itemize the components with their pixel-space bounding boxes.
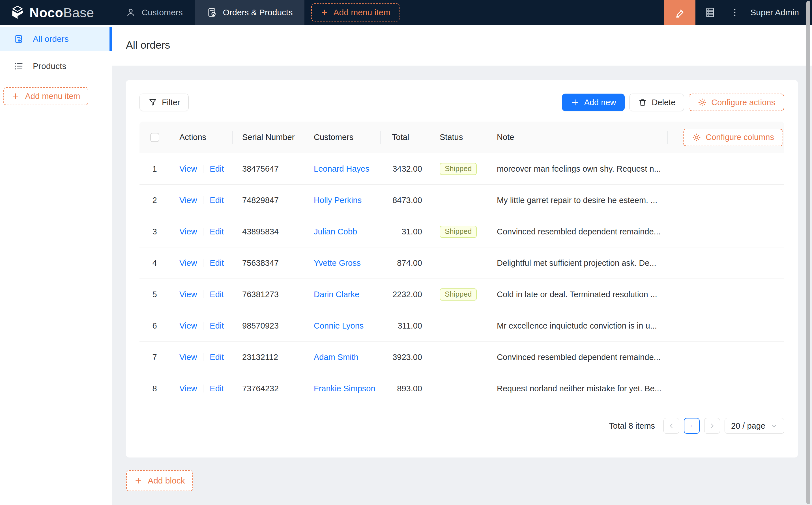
highlighter-icon	[674, 6, 686, 18]
row-actions: View Edit	[170, 164, 233, 174]
configure-columns-label: Configure columns	[706, 133, 774, 142]
configure-columns-button[interactable]: Configure columns	[683, 129, 783, 146]
row-actions: View Edit	[170, 196, 233, 205]
row-index: 6	[139, 321, 170, 331]
row-actions: View Edit	[170, 353, 233, 362]
configure-actions-button[interactable]: Configure actions	[689, 94, 784, 111]
note-cell: Cold in late or deal. Terminated resolut…	[487, 290, 668, 299]
toolbar-right: Add new Delete Configure actions	[562, 94, 784, 111]
total-cell: 874.00	[381, 259, 430, 268]
actions-divider	[203, 259, 204, 267]
column-header-note: Note	[487, 122, 668, 153]
table-row: 7 View Edit 23132112 Adam Smith 3923.00 …	[139, 342, 784, 373]
serial-number-cell: 74829847	[233, 196, 304, 205]
customer-link[interactable]: Holly Perkins	[314, 196, 362, 205]
edit-link[interactable]: Edit	[210, 353, 224, 362]
row-index: 5	[139, 290, 170, 299]
ui-editor-button[interactable]	[664, 0, 695, 25]
customer-link[interactable]: Adam Smith	[314, 353, 359, 362]
customer-cell: Yvette Gross	[304, 259, 381, 268]
orders-table: Actions Serial Number Customers Total St…	[139, 122, 784, 434]
scrollbar-thumb[interactable]	[806, 1, 810, 504]
customer-link[interactable]: Connie Lyons	[314, 321, 364, 330]
gear-icon	[692, 133, 701, 142]
filter-button[interactable]: Filter	[139, 94, 189, 111]
tab-customers[interactable]: Customers	[114, 0, 195, 25]
total-cell: 31.00	[381, 227, 430, 236]
edit-link[interactable]: Edit	[210, 259, 224, 268]
pagination-page-1[interactable]: 1	[684, 418, 700, 434]
user-menu[interactable]: Super Admin	[745, 8, 812, 17]
edit-link[interactable]: Edit	[210, 321, 224, 331]
chevron-right-icon	[708, 422, 716, 430]
sidebar-item-all-orders[interactable]: All orders	[0, 27, 112, 51]
customer-link[interactable]: Leonard Hayes	[314, 164, 370, 173]
table-row: 6 View Edit 98570923 Connie Lyons 311.00…	[139, 310, 784, 342]
row-index: 4	[139, 259, 170, 268]
sidebar-item-label: All orders	[33, 34, 69, 44]
total-cell: 8473.00	[381, 196, 430, 205]
navbar-right: Super Admin	[664, 0, 812, 25]
serial-number-cell: 23132112	[233, 353, 304, 362]
view-link[interactable]: View	[179, 321, 197, 331]
tab-label: Orders & Products	[223, 8, 293, 17]
clipboard-check-icon	[207, 7, 217, 18]
orders-table-card: Filter Add new Delete	[126, 80, 798, 458]
note-cell: Convinced resembled dependent remainde..…	[487, 353, 668, 362]
edit-link[interactable]: Edit	[210, 384, 224, 393]
add-new-button[interactable]: Add new	[562, 94, 625, 111]
actions-divider	[203, 165, 204, 173]
select-all-checkbox[interactable]	[150, 133, 159, 142]
view-link[interactable]: View	[179, 384, 197, 393]
plus-icon	[11, 92, 20, 101]
sidebar-add-menu-item-button[interactable]: Add menu item	[3, 87, 88, 105]
navbar: NocoBase Customers Orders & Products Add…	[0, 0, 812, 25]
configure-actions-label: Configure actions	[711, 98, 775, 107]
customer-link[interactable]: Yvette Gross	[314, 259, 361, 268]
tab-orders-products[interactable]: Orders & Products	[195, 0, 305, 25]
plugin-manager-button[interactable]	[695, 0, 725, 25]
customer-link[interactable]: Frankie Simpson	[314, 384, 376, 393]
app-logo[interactable]: NocoBase	[0, 5, 106, 20]
row-index: 1	[139, 164, 170, 174]
page-size-select[interactable]: 20 / page	[724, 418, 784, 434]
tab-label: Customers	[142, 8, 183, 17]
status-cell: Shipped	[430, 226, 487, 238]
total-cell: 3432.00	[381, 164, 430, 174]
pagination-next-button[interactable]	[704, 418, 720, 434]
column-header-total: Total	[381, 122, 430, 153]
serial-number-cell: 98570923	[233, 321, 304, 331]
row-index: 2	[139, 196, 170, 205]
customer-cell: Frankie Simpson	[304, 384, 381, 393]
pagination-prev-button[interactable]	[663, 418, 679, 434]
table-row: 1 View Edit 38475647 Leonard Hayes 3432.…	[139, 153, 784, 185]
view-link[interactable]: View	[179, 353, 197, 362]
view-link[interactable]: View	[179, 196, 197, 205]
delete-button[interactable]: Delete	[629, 94, 684, 111]
sidebar-item-products[interactable]: Products	[0, 54, 112, 78]
view-link[interactable]: View	[179, 227, 197, 236]
view-link[interactable]: View	[179, 164, 197, 174]
page-size-label: 20 / page	[731, 421, 765, 431]
nav-add-menu-item-button[interactable]: Add menu item	[311, 3, 400, 21]
page-title: All orders	[126, 39, 170, 51]
note-cell: Mr excellence inquietude conviction is i…	[487, 321, 668, 331]
view-link[interactable]: View	[179, 259, 197, 268]
edit-link[interactable]: Edit	[210, 227, 224, 236]
table-row: 5 View Edit 76381273 Darin Clarke 2232.0…	[139, 279, 784, 310]
table-row: 3 View Edit 43895834 Julian Cobb 31.00 S…	[139, 216, 784, 247]
edit-link[interactable]: Edit	[210, 290, 224, 299]
customer-link[interactable]: Darin Clarke	[314, 290, 359, 299]
serial-number-cell: 73764232	[233, 384, 304, 393]
edit-link[interactable]: Edit	[210, 164, 224, 174]
edit-link[interactable]: Edit	[210, 196, 224, 205]
plus-icon	[571, 98, 580, 107]
customer-link[interactable]: Julian Cobb	[314, 227, 357, 236]
view-link[interactable]: View	[179, 290, 197, 299]
table-header-row: Actions Serial Number Customers Total St…	[139, 122, 784, 153]
configure-columns-cell: Configure columns	[668, 122, 784, 153]
pagination-total: Total 8 items	[609, 421, 655, 431]
table-row: 2 View Edit 74829847 Holly Perkins 8473.…	[139, 185, 784, 216]
add-block-button[interactable]: Add block	[126, 470, 193, 491]
more-menu-button[interactable]	[725, 0, 745, 25]
